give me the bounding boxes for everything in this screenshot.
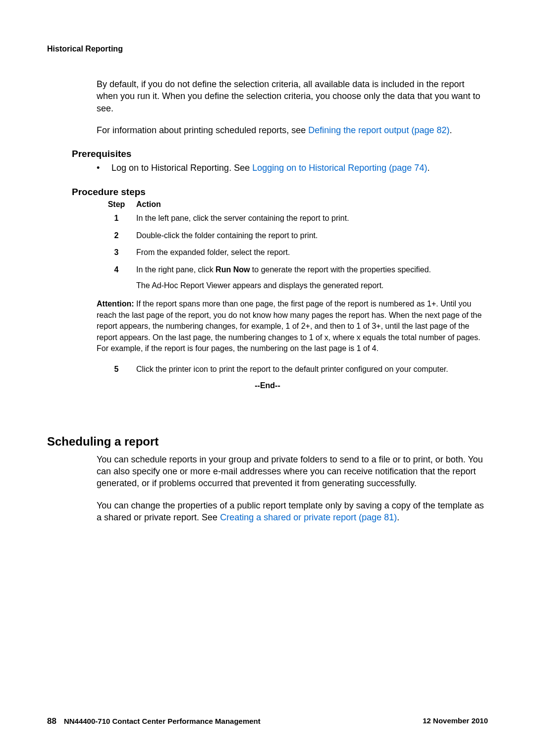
- step-action: In the right pane, click Run Now to gene…: [136, 264, 488, 292]
- prereq-pre: Log on to Historical Reporting. See: [111, 163, 252, 173]
- footer-left: 88 NN44400-710 Contact Center Performanc…: [47, 716, 261, 726]
- page-number: 88: [47, 716, 56, 726]
- bullet-dot-icon: •: [97, 162, 111, 174]
- step-num: 1: [97, 213, 136, 224]
- document-page: Historical Reporting By default, if you …: [0, 0, 535, 756]
- heading-procedure-steps: Procedure steps: [72, 187, 488, 198]
- step-num: 3: [97, 247, 136, 258]
- col-action: Action: [136, 200, 488, 209]
- link-creating-shared-private-report[interactable]: Creating a shared or private report (pag…: [220, 512, 397, 522]
- intro-para-1: By default, if you do not define the sel…: [97, 78, 488, 114]
- step-num: 4: [97, 264, 136, 292]
- step-action: Click the printer icon to print the repo…: [136, 364, 488, 375]
- prereq-post: .: [427, 163, 429, 173]
- link-logon-historical-reporting[interactable]: Logging on to Historical Reporting (page…: [252, 163, 427, 173]
- intro-para-2-pre: For information about printing scheduled…: [97, 125, 308, 135]
- prereq-bullet: • Log on to Historical Reporting. See Lo…: [97, 162, 488, 174]
- prereq-text: Log on to Historical Reporting. See Logg…: [111, 162, 429, 174]
- step-num: 5: [97, 364, 136, 375]
- scheduling-para-2: You can change the properties of a publi…: [97, 500, 488, 524]
- col-step: Step: [97, 200, 136, 209]
- scheduling-para-1: You can schedule reports in your group a…: [97, 454, 488, 490]
- step-action: From the expanded folder, select the rep…: [136, 247, 488, 258]
- steps-table: Step Action 1 In the left pane, click th…: [97, 200, 488, 291]
- intro-para-2-post: .: [449, 125, 452, 135]
- step4-runnow-bold: Run Now: [215, 265, 250, 274]
- step-action: Double-click the folder containing the r…: [136, 230, 488, 241]
- attention-label: Attention:: [97, 300, 134, 308]
- step-action: In the left pane, click the server conta…: [136, 213, 488, 224]
- heading-scheduling-report: Scheduling a report: [47, 435, 488, 449]
- step4-post: to generate the report with the properti…: [250, 265, 431, 274]
- step-row: 5 Click the printer icon to print the re…: [97, 364, 488, 375]
- attention-block: Attention: If the report spans more than…: [97, 299, 488, 354]
- steps-table-cont: 5 Click the printer icon to print the re…: [97, 364, 488, 375]
- link-defining-report-output[interactable]: Defining the report output (page 82): [308, 125, 449, 135]
- intro-block: By default, if you do not define the sel…: [97, 78, 488, 136]
- heading-prerequisites: Prerequisites: [72, 149, 488, 159]
- running-header: Historical Reporting: [47, 45, 488, 53]
- step-row: 3 From the expanded folder, select the r…: [97, 247, 488, 258]
- step-row: 2 Double-click the folder containing the…: [97, 230, 488, 241]
- doc-id: NN44400-710 Contact Center Performance M…: [64, 717, 261, 725]
- page-footer: 88 NN44400-710 Contact Center Performanc…: [47, 716, 488, 726]
- step4-sub: The Ad-Hoc Report Viewer appears and dis…: [136, 280, 488, 291]
- step-row: 4 In the right pane, click Run Now to ge…: [97, 264, 488, 292]
- attention-body: If the report spans more than one page, …: [97, 300, 482, 353]
- scheduling-para-2-post: .: [397, 512, 399, 522]
- step-row: 1 In the left pane, click the server con…: [97, 213, 488, 224]
- footer-date: 12 November 2010: [423, 716, 488, 726]
- step-num: 2: [97, 230, 136, 241]
- end-marker: --End--: [47, 381, 488, 390]
- steps-header-row: Step Action: [97, 200, 488, 209]
- intro-para-2: For information about printing scheduled…: [97, 124, 488, 136]
- step4-pre: In the right pane, click: [136, 265, 215, 274]
- scheduling-block: You can schedule reports in your group a…: [97, 454, 488, 523]
